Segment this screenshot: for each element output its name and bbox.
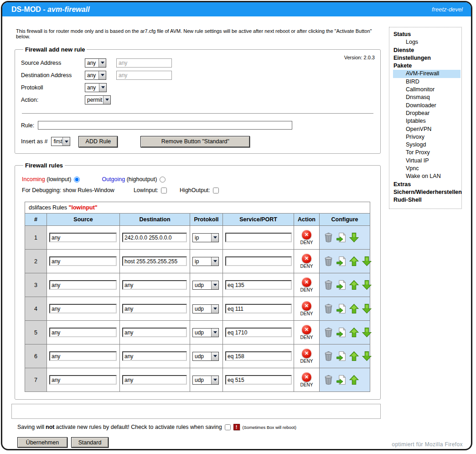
- sidebar-item-syslogd[interactable]: Syslogd: [389, 141, 461, 149]
- sidebar-item-tor-proxy[interactable]: Tor Proxy: [389, 149, 461, 157]
- rule-source-input[interactable]: [49, 256, 117, 266]
- rule-source-input[interactable]: [49, 280, 117, 290]
- apply-button[interactable]: Übernehmen: [17, 437, 67, 448]
- sidebar-item-sichern-wiederherstellen[interactable]: Sichern/Wiederherstellen: [389, 188, 461, 196]
- move-up-icon[interactable]: [349, 256, 359, 266]
- rule-protocol-select[interactable]: udp: [192, 281, 219, 290]
- move-down-icon[interactable]: [362, 327, 372, 338]
- rule-destination-input[interactable]: [122, 280, 187, 290]
- sidebar-item-einstellungen[interactable]: Einstellungen: [389, 54, 461, 62]
- rule-protocol-select[interactable]: udp: [192, 376, 219, 385]
- delete-rule-icon[interactable]: [323, 232, 334, 243]
- move-down-icon[interactable]: [362, 280, 372, 290]
- insert-rule-icon[interactable]: [336, 351, 347, 361]
- sidebar-item-vpnc[interactable]: Vpnc: [389, 165, 461, 172]
- action-toggle[interactable]: DENY: [300, 230, 313, 245]
- rule-source-input[interactable]: [49, 304, 117, 313]
- delete-rule-icon[interactable]: [323, 303, 334, 314]
- sidebar-item-openvpn[interactable]: OpenVPN: [389, 125, 461, 133]
- action-toggle[interactable]: DENY: [300, 277, 313, 292]
- remove-standard-button[interactable]: Remove Button "Standard": [140, 136, 250, 147]
- rule-service-input[interactable]: [225, 256, 292, 266]
- sidebar-item-extras[interactable]: Extras: [389, 181, 461, 188]
- destination-address-input[interactable]: [116, 71, 172, 80]
- rule-source-input[interactable]: [49, 328, 117, 337]
- standard-button[interactable]: Standard: [71, 437, 109, 448]
- delete-rule-icon[interactable]: [323, 351, 334, 361]
- insert-rule-icon[interactable]: [336, 280, 347, 290]
- rule-service-input[interactable]: [225, 280, 292, 290]
- move-down-icon[interactable]: [362, 256, 372, 266]
- move-down-icon[interactable]: [362, 303, 372, 314]
- action-toggle[interactable]: DENY: [300, 349, 313, 364]
- protocol-select[interactable]: any: [85, 83, 107, 92]
- rule-destination-input[interactable]: [122, 233, 187, 242]
- lowinput-checkbox[interactable]: [161, 188, 167, 193]
- highoutput-checkbox[interactable]: [213, 188, 219, 193]
- rule-protocol-select[interactable]: ip: [192, 233, 219, 242]
- action-toggle[interactable]: DENY: [300, 372, 313, 387]
- source-address-select[interactable]: any: [85, 58, 106, 68]
- sidebar-item-wake-on-lan[interactable]: Wake on LAN: [389, 172, 461, 180]
- insert-rule-icon[interactable]: [336, 327, 347, 338]
- rule-protocol-select[interactable]: udp: [192, 304, 219, 313]
- rule-destination-input[interactable]: [122, 375, 187, 385]
- rule-input[interactable]: [38, 121, 292, 130]
- sidebar-item-dropbear[interactable]: Dropbear: [389, 110, 461, 117]
- move-up-icon[interactable]: [349, 280, 359, 290]
- rule-protocol-select[interactable]: udp: [192, 328, 219, 337]
- sidebar-item-pakete[interactable]: Pakete: [389, 62, 461, 70]
- rule-service-input[interactable]: [225, 233, 292, 242]
- delete-rule-icon[interactable]: [323, 375, 334, 385]
- insert-rule-icon[interactable]: [336, 232, 347, 243]
- sidebar-item-dienste[interactable]: Dienste: [389, 47, 461, 54]
- action-toggle[interactable]: DENY: [300, 325, 313, 340]
- move-down-icon[interactable]: [362, 351, 372, 361]
- sidebar-item-callmonitor[interactable]: Callmonitor: [389, 86, 461, 94]
- sidebar-item-status[interactable]: Status: [389, 31, 461, 38]
- rule-source-input[interactable]: [49, 351, 117, 361]
- incoming-radio[interactable]: [74, 177, 80, 183]
- delete-rule-icon[interactable]: [323, 256, 334, 266]
- move-up-icon[interactable]: [349, 303, 359, 314]
- move-down-icon[interactable]: [349, 232, 359, 243]
- rule-protocol-select[interactable]: ip: [192, 257, 219, 266]
- rule-protocol-select[interactable]: udp: [192, 352, 219, 361]
- rule-source-input[interactable]: [49, 233, 117, 242]
- action-toggle[interactable]: DENY: [300, 301, 313, 316]
- activate-rules-checkbox[interactable]: [225, 424, 231, 430]
- delete-rule-icon[interactable]: [323, 280, 334, 290]
- sidebar-item-avm-firewall[interactable]: AVM-Firewall: [393, 70, 460, 78]
- rule-service-input[interactable]: [225, 304, 292, 313]
- delete-rule-icon[interactable]: [323, 327, 334, 338]
- sidebar-item-virtual-ip[interactable]: Virtual IP: [389, 157, 461, 165]
- sidebar-item-rudi-shell[interactable]: Rudi-Shell: [389, 196, 461, 204]
- rule-destination-input[interactable]: [122, 328, 187, 337]
- rule-destination-input[interactable]: [122, 256, 187, 266]
- insert-rule-icon[interactable]: [336, 256, 347, 266]
- sidebar-item-downloader[interactable]: Downloader: [389, 102, 461, 110]
- sidebar-item-privoxy[interactable]: Privoxy: [389, 133, 461, 141]
- source-address-input[interactable]: [116, 58, 172, 68]
- insert-rule-icon[interactable]: [336, 303, 347, 314]
- move-up-icon[interactable]: [349, 351, 359, 361]
- move-up-icon[interactable]: [349, 375, 359, 385]
- outgoing-radio[interactable]: [160, 177, 166, 183]
- move-up-icon[interactable]: [349, 327, 359, 338]
- rule-service-input[interactable]: [225, 328, 292, 337]
- add-rule-button[interactable]: ADD Rule: [78, 136, 118, 147]
- rule-source-input[interactable]: [49, 375, 117, 385]
- rule-service-input[interactable]: [225, 375, 292, 385]
- insert-position-select[interactable]: first: [51, 137, 70, 146]
- action-select[interactable]: permit: [85, 95, 111, 104]
- rule-service-input[interactable]: [225, 351, 292, 361]
- action-toggle[interactable]: DENY: [300, 254, 313, 269]
- insert-rule-icon[interactable]: [336, 375, 347, 385]
- sidebar-item-iptables[interactable]: Iptables: [389, 117, 461, 125]
- sidebar-item-logs[interactable]: Logs: [389, 38, 461, 46]
- destination-address-select[interactable]: any: [85, 71, 106, 80]
- sidebar-item-bird[interactable]: BIRD: [389, 78, 461, 86]
- sidebar-item-dnsmasq[interactable]: Dnsmasq: [389, 94, 461, 101]
- rule-destination-input[interactable]: [122, 304, 187, 313]
- rule-destination-input[interactable]: [122, 351, 187, 361]
